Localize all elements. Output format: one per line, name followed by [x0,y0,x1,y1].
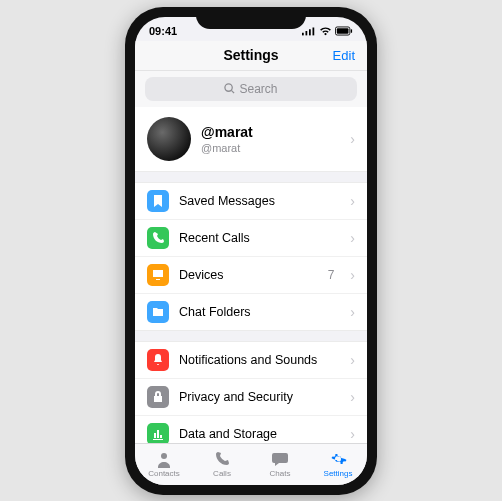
chevron-right-icon: › [350,426,355,442]
profile-name: @marat [201,124,340,140]
settings-row-devices[interactable]: Devices7› [135,256,367,293]
status-right [302,26,353,36]
signal-icon [302,26,316,36]
battery-icon [335,26,353,36]
svg-rect-5 [337,28,349,33]
chevron-right-icon: › [350,267,355,283]
row-label: Saved Messages [179,194,340,208]
edit-button[interactable]: Edit [333,48,355,63]
row-label: Chat Folders [179,305,340,319]
contacts-icon [155,450,173,468]
tab-label: Chats [270,469,291,478]
tab-calls[interactable]: Calls [193,444,251,485]
settings-group-1: Saved Messages›Recent Calls›Devices7›Cha… [135,182,367,331]
chats-icon [271,450,289,468]
svg-point-13 [161,453,167,459]
wifi-icon [319,26,332,36]
settings-group-2: Notifications and Sounds›Privacy and Sec… [135,341,367,443]
phone-frame: 09:41 Settings Edit Search [125,7,377,495]
settings-row-folders[interactable]: Chat Folders› [135,293,367,330]
chevron-right-icon: › [350,389,355,405]
chevron-right-icon: › [350,304,355,320]
svg-rect-3 [313,27,315,35]
svg-rect-2 [309,29,311,35]
svg-point-7 [225,84,232,91]
profile-group: @marat @marat › [135,107,367,172]
tab-contacts[interactable]: Contacts [135,444,193,485]
row-label: Notifications and Sounds [179,353,340,367]
calls-icon [213,450,231,468]
row-label: Devices [179,268,318,282]
folder-icon [147,301,169,323]
notch [196,7,306,29]
chevron-right-icon: › [350,193,355,209]
search-icon [224,83,235,94]
chevron-right-icon: › [350,131,355,147]
content-scroll[interactable]: Search @marat @marat › Saved Messages›Re… [135,71,367,443]
settings-row-data[interactable]: Data and Storage› [135,415,367,443]
search-placeholder: Search [239,82,277,96]
search-input[interactable]: Search [145,77,357,101]
profile-handle: @marat [201,142,340,154]
screen: 09:41 Settings Edit Search [135,17,367,485]
bell-icon [147,349,169,371]
svg-rect-6 [351,29,352,33]
tab-label: Contacts [148,469,180,478]
search-wrap: Search [135,71,367,107]
svg-line-8 [232,90,235,93]
settings-row-saved[interactable]: Saved Messages› [135,183,367,219]
svg-rect-1 [306,31,308,35]
row-label: Data and Storage [179,427,340,441]
header: Settings Edit [135,41,367,71]
settings-row-calls[interactable]: Recent Calls› [135,219,367,256]
avatar [147,117,191,161]
bookmark-icon [147,190,169,212]
chevron-right-icon: › [350,352,355,368]
monitor-icon [147,264,169,286]
status-time: 09:41 [149,25,177,37]
page-title: Settings [223,47,278,63]
tab-label: Settings [324,469,353,478]
tab-label: Calls [213,469,231,478]
lock-icon [147,386,169,408]
svg-rect-0 [302,32,304,35]
tab-chats[interactable]: Chats [251,444,309,485]
tab-settings[interactable]: Settings [309,444,367,485]
row-value: 7 [328,268,335,282]
chevron-right-icon: › [350,230,355,246]
row-label: Recent Calls [179,231,340,245]
row-label: Privacy and Security [179,390,340,404]
profile-row[interactable]: @marat @marat › [135,107,367,171]
phone-icon [147,227,169,249]
tab-bar: ContactsCallsChatsSettings [135,443,367,485]
profile-text: @marat @marat [201,124,340,154]
settings-row-privacy[interactable]: Privacy and Security› [135,378,367,415]
chart-icon [147,423,169,443]
settings-row-notify[interactable]: Notifications and Sounds› [135,342,367,378]
settings-icon [329,450,347,468]
